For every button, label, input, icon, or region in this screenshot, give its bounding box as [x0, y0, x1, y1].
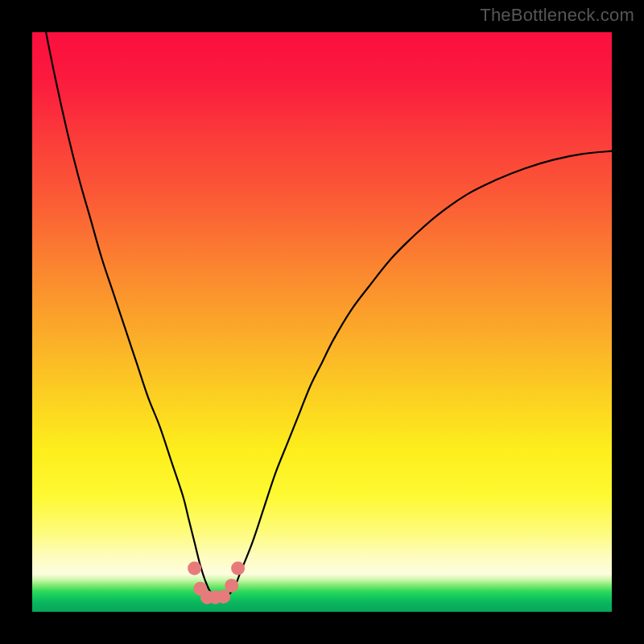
bottom-markers: [188, 562, 245, 605]
chart-svg: [32, 32, 612, 612]
plot-area: [32, 32, 612, 612]
marker-dot: [217, 590, 230, 604]
outer-frame: TheBottleneck.com: [0, 0, 644, 644]
bottleneck-curve: [32, 32, 612, 597]
marker-dot: [231, 562, 245, 576]
marker-dot: [188, 562, 201, 576]
marker-dot: [225, 579, 238, 592]
watermark-text: TheBottleneck.com: [480, 5, 634, 26]
